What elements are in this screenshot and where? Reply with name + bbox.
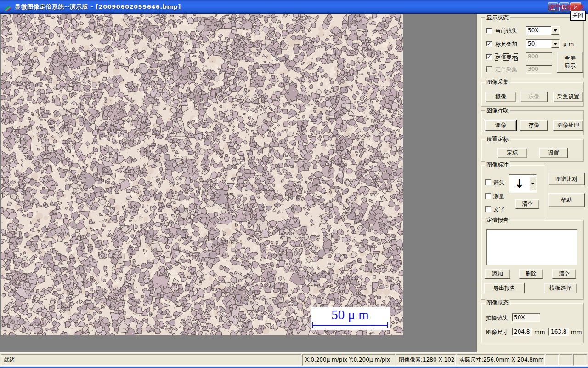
calibrate-button[interactable]: 定标 bbox=[497, 148, 527, 158]
report-clear-button[interactable]: 清空 bbox=[552, 269, 576, 279]
report-listbox[interactable] bbox=[486, 229, 577, 265]
image-width-value: 204.8 bbox=[514, 328, 530, 335]
calibration-settings-button[interactable]: 设置 bbox=[539, 148, 568, 158]
client-area: 50 μ m 显示状态 当前镜头 50X ✓ 标尺叠加 50 bbox=[0, 14, 588, 352]
fixed-capture-value: 300 bbox=[528, 66, 538, 72]
checkbox-arrow-label: 箭头 bbox=[493, 179, 504, 186]
checkbox-text-label: 文字 bbox=[493, 206, 504, 213]
image-width-field: 204.8 bbox=[512, 328, 532, 336]
shoot-button[interactable]: 摄像 bbox=[485, 92, 516, 102]
group-report: 定倍报告 添加 删除 清空 导出报告 模板选择 bbox=[481, 220, 584, 300]
scale-bar-label: 50 μ m bbox=[311, 307, 390, 322]
group-annotation: 图像标注 箭头 ↓ 测量 文字 清空 bbox=[481, 165, 545, 221]
checkbox-current-lens-label: 当前镜头 bbox=[495, 28, 517, 34]
group-image-capture: 图像采集 摄像 冻像 采集设置 bbox=[481, 82, 584, 107]
capture-settings-button[interactable]: 采集设置 bbox=[553, 92, 583, 102]
chevron-down-icon bbox=[531, 183, 534, 184]
group-annotation-label: 图像标注 bbox=[485, 161, 510, 168]
checkbox-text[interactable] bbox=[485, 206, 491, 212]
group-image-storage-label: 图像存取 bbox=[485, 107, 510, 114]
checkbox-arrow[interactable] bbox=[485, 179, 491, 185]
ruler-size-dropdown-button[interactable] bbox=[551, 40, 559, 48]
micrograph-canvas bbox=[1, 14, 403, 335]
image-width-unit: mm bbox=[534, 329, 545, 335]
statusbar-ready: 就绪 bbox=[1, 354, 301, 366]
group-image-capture-label: 图像采集 bbox=[485, 79, 510, 85]
atlas-compare-button[interactable]: 图谱比对 bbox=[548, 172, 585, 185]
scale-bar-overlay: 50 μ m bbox=[311, 307, 390, 330]
fullscreen-button-line2: 显示 bbox=[565, 62, 576, 70]
arrow-style-dropdown-button[interactable] bbox=[530, 177, 536, 190]
status-bar: 就绪 X:0.200μ m/pix Y:0.200μ m/pix 图像像素:12… bbox=[0, 352, 588, 367]
scale-bar-tick-left bbox=[312, 322, 313, 328]
arrow-down-icon: ↓ bbox=[514, 178, 525, 190]
group-calibration: 设置定标 定标 设置 bbox=[481, 139, 584, 162]
statusbar-pixel-scale: X:0.200μ m/pix Y:0.200μ m/pix bbox=[302, 354, 395, 366]
image-height-field: 163.8 bbox=[548, 328, 569, 336]
micrograph-image[interactable]: 50 μ m bbox=[1, 14, 403, 335]
group-display-status: 显示状态 当前镜头 50X ✓ 标尺叠加 50 μ m ✓ 定倍显示 800 bbox=[481, 17, 584, 78]
ruler-size-value: 50 bbox=[528, 40, 535, 47]
group-display-status-label: 显示状态 bbox=[485, 14, 510, 21]
app-icon bbox=[3, 3, 11, 11]
group-report-label: 定倍报告 bbox=[485, 217, 510, 223]
scale-bar-line bbox=[312, 325, 388, 326]
fixed-display-value: 800 bbox=[528, 53, 538, 60]
freeze-button: 冻像 bbox=[520, 92, 548, 102]
application-window: 显微图像定倍系统--演示版 - [20090602055646.bmp] × 济… bbox=[0, 0, 588, 368]
image-size-label: 图像尺寸 bbox=[486, 328, 508, 336]
checkbox-measure-label: 测量 bbox=[493, 193, 504, 200]
title-bar[interactable]: 显微图像定倍系统--演示版 - [20090602055646.bmp] × 济… bbox=[0, 0, 588, 14]
checkbox-fixed-capture-label: 定倍采集 bbox=[495, 66, 517, 73]
scale-bar-tick-right bbox=[387, 322, 388, 328]
statusbar-image-pixels: 图像像素:1280 X 1024 bbox=[396, 354, 456, 366]
current-lens-select[interactable]: 50X bbox=[526, 26, 560, 35]
load-image-button[interactable]: 调像 bbox=[485, 120, 516, 131]
current-lens-dropdown-button[interactable] bbox=[551, 26, 559, 34]
report-template-button[interactable]: 模板选择 bbox=[544, 283, 577, 293]
chevron-down-icon bbox=[554, 43, 557, 45]
lens-label: 拍摄镜头 bbox=[486, 314, 508, 322]
save-image-button[interactable]: 存像 bbox=[520, 120, 548, 131]
help-button[interactable]: 帮助 bbox=[548, 193, 585, 207]
statusbar-panel-empty bbox=[560, 354, 572, 366]
arrow-style-select[interactable]: ↓ bbox=[509, 174, 537, 193]
image-height-value: 163.8 bbox=[551, 328, 566, 335]
checkbox-current-lens[interactable] bbox=[486, 28, 492, 34]
fixed-capture-field: 300 bbox=[526, 65, 552, 74]
ruler-size-select[interactable]: 50 bbox=[526, 39, 560, 48]
checkbox-fixed-display-label: 定倍显示 bbox=[495, 54, 517, 60]
fixed-display-field: 800 bbox=[526, 52, 552, 61]
lens-field: 50X bbox=[512, 313, 540, 322]
report-export-button[interactable]: 导出报告 bbox=[484, 283, 525, 293]
statusbar-actual-size: 实际尺寸:256.0mm X 204.8mm bbox=[457, 354, 545, 366]
fullscreen-button-line1: 全屏 bbox=[565, 54, 576, 62]
ruler-unit-label: μ m bbox=[563, 41, 574, 47]
window-title: 显微图像定倍系统--演示版 - [20090602055646.bmp] bbox=[15, 3, 181, 11]
checkbox-measure[interactable] bbox=[485, 193, 491, 199]
checkbox-ruler-overlay-label: 标尺叠加 bbox=[495, 41, 517, 47]
image-height-unit: mm bbox=[571, 329, 582, 335]
group-image-status: 图像状态 拍摄镜头 50X 图像尺寸 204.8 mm 163.8 mm bbox=[481, 303, 584, 343]
statusbar-panel-empty bbox=[573, 354, 587, 366]
image-process-button[interactable]: 图像处理 bbox=[553, 120, 583, 131]
control-panel: 显示状态 当前镜头 50X ✓ 标尺叠加 50 μ m ✓ 定倍显示 800 bbox=[477, 14, 588, 352]
checkbox-fixed-capture bbox=[486, 66, 492, 72]
lens-value: 50X bbox=[514, 314, 525, 321]
statusbar-panel-empty bbox=[546, 354, 559, 366]
checkbox-fixed-display[interactable]: ✓ bbox=[486, 54, 492, 60]
checkbox-ruler-overlay[interactable]: ✓ bbox=[486, 41, 492, 47]
group-image-status-label: 图像状态 bbox=[485, 299, 510, 306]
report-add-button[interactable]: 添加 bbox=[485, 269, 510, 279]
group-image-storage: 图像存取 调像 存像 图像处理 bbox=[481, 110, 584, 135]
group-calibration-label: 设置定标 bbox=[485, 136, 510, 142]
close-tooltip: 关闭 bbox=[570, 11, 586, 21]
chevron-down-icon bbox=[554, 29, 557, 32]
annotation-clear-button[interactable]: 清空 bbox=[515, 199, 539, 209]
arrow-style-preview: ↓ bbox=[509, 175, 530, 192]
current-lens-value: 50X bbox=[528, 27, 539, 34]
fullscreen-button[interactable]: 全屏 显示 bbox=[557, 52, 583, 73]
report-delete-button[interactable]: 删除 bbox=[519, 269, 543, 279]
